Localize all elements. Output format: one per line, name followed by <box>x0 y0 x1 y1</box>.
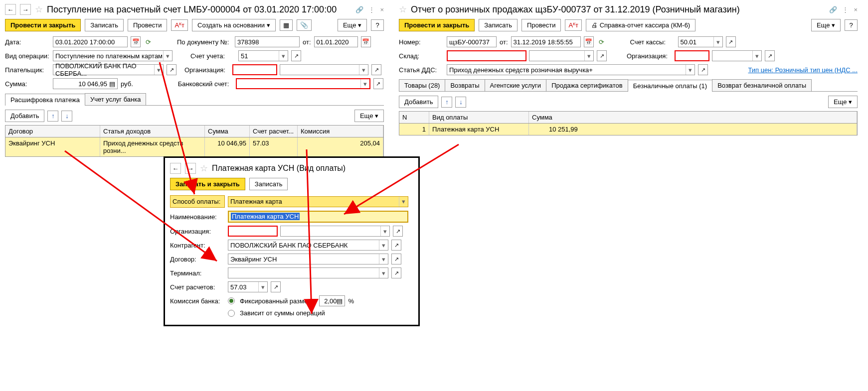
org-select-ext[interactable]: ▾ <box>280 226 390 237</box>
post-close-button[interactable]: Провести и закрыть <box>5 19 81 31</box>
write-button[interactable]: Записать <box>249 178 288 190</box>
col-income[interactable]: Статья доходов <box>100 126 205 137</box>
more-vert-icon[interactable]: ⋮ <box>842 6 849 13</box>
star-icon[interactable]: ☆ <box>399 4 407 15</box>
star-icon[interactable]: ☆ <box>35 4 43 15</box>
star-icon[interactable]: ☆ <box>200 163 208 174</box>
move-down-icon[interactable]: ↓ <box>61 111 72 122</box>
write-button[interactable]: Записать <box>479 19 518 31</box>
more-button[interactable]: Еще ▾ <box>338 19 367 31</box>
org-select-ext[interactable]: ▾ <box>280 64 368 75</box>
open-term-icon[interactable]: ↗ <box>391 267 401 278</box>
table-row[interactable]: 1 Платежная карта УСН 10 251,99 <box>399 124 857 135</box>
wh-select-ext[interactable]: ▾ <box>529 50 594 61</box>
tab-cashless[interactable]: Безналичные оплаты (1) <box>628 80 712 92</box>
write-button[interactable]: Записать <box>85 19 124 31</box>
tab-agent[interactable]: Агентские услуги <box>485 79 547 91</box>
tab-returns[interactable]: Возвраты <box>445 79 485 91</box>
ctr-select[interactable]: ПОВОЛЖСКИЙ БАНК ПАО СБЕРБАНК▾ <box>228 240 388 251</box>
col-sum[interactable]: Сумма <box>205 126 250 137</box>
register-icon[interactable]: ▦ <box>280 19 293 31</box>
attach-icon[interactable]: 🔗 <box>355 6 363 13</box>
dtkt-icon[interactable]: Аᴷт <box>171 19 188 31</box>
add-row-button[interactable]: Добавить <box>5 110 44 122</box>
tab-cert[interactable]: Продажа сертификатов <box>546 79 628 91</box>
bank-select[interactable]: ▾ <box>236 78 370 89</box>
dds-select[interactable]: Приход денежных средств розничная выручк… <box>447 64 695 75</box>
attach-icon[interactable]: 🔗 <box>829 6 837 13</box>
col-contract[interactable]: Договор <box>5 126 100 137</box>
close-icon[interactable]: × <box>854 6 858 13</box>
contract-select[interactable]: Эквайринг УСН▾ <box>228 254 388 264</box>
col-acct[interactable]: Счет расчет... <box>250 126 298 137</box>
more-button[interactable]: Еще ▾ <box>811 19 841 31</box>
price-type-link[interactable]: Тип цен: Розничный тип цен (НДС ... <box>748 66 858 74</box>
org-select-ext[interactable]: ▾ <box>712 50 762 61</box>
method-select[interactable]: Платежная карта▾ <box>228 196 408 207</box>
col-n[interactable]: N <box>399 112 429 123</box>
num-input[interactable]: щзБУ-000737 <box>447 36 497 47</box>
comm-input[interactable]: 2,00 ▤ <box>319 295 345 306</box>
open-ctr-icon[interactable]: ↗ <box>391 240 401 251</box>
radio-depends[interactable] <box>228 310 235 317</box>
help-button[interactable]: ? <box>845 19 858 31</box>
create-based-button[interactable]: Создать на основании ▾ <box>192 19 276 31</box>
open-acct-icon[interactable]: ↗ <box>291 50 301 61</box>
open-cash-icon[interactable]: ↗ <box>726 36 736 47</box>
help-button[interactable]: ? <box>371 19 384 31</box>
refresh-icon[interactable]: ⟳ <box>146 38 151 46</box>
open-org-icon[interactable]: ↗ <box>371 64 381 75</box>
tab-bank-svc[interactable]: Учет услуг банка <box>85 93 146 105</box>
post-button[interactable]: Провести <box>128 19 168 31</box>
cashier-report-button[interactable]: 🖨 Справка-отчет кассира (КМ-6) <box>586 19 695 31</box>
col-comm[interactable]: Комиссия <box>298 126 383 137</box>
calendar-icon[interactable]: 📅 <box>131 36 141 47</box>
nav-back[interactable]: ← <box>5 4 16 15</box>
op-select[interactable]: Поступление по платежным картам▾ <box>53 50 173 61</box>
open-contract-icon[interactable]: ↗ <box>391 254 401 264</box>
calendar-icon[interactable]: 📅 <box>584 36 594 47</box>
post-close-button[interactable]: Провести и закрыть <box>399 19 475 31</box>
payer-select[interactable]: ПОВОЛЖСКИЙ БАНК ПАО СБЕРБА...▾ <box>53 64 164 75</box>
col-sum[interactable]: Сумма <box>529 112 857 123</box>
open-bank-icon[interactable]: ↗ <box>373 78 383 89</box>
org-select[interactable] <box>232 64 277 75</box>
name-input[interactable]: Платежная карта УСН <box>228 211 408 223</box>
open-dds-icon[interactable]: ↗ <box>698 64 708 75</box>
tab-ret-cashless[interactable]: Возврат безналичной оплаты <box>712 79 812 91</box>
open-org-icon[interactable]: ↗ <box>765 50 775 61</box>
move-up-icon[interactable]: ↑ <box>441 97 452 108</box>
date-input[interactable]: 03.01.2020 17:00:00 <box>53 36 128 47</box>
date-input[interactable]: 31.12.2019 18:55:55 <box>511 36 581 47</box>
org-select[interactable] <box>675 50 709 61</box>
table-row[interactable]: Эквайринг УСН Приход денежных средств ро… <box>5 137 383 156</box>
term-select[interactable]: ▾ <box>228 267 388 278</box>
nav-fwd[interactable]: → <box>185 163 196 174</box>
open-payer-icon[interactable]: ↗ <box>167 64 176 75</box>
add-row-button[interactable]: Добавить <box>399 96 438 108</box>
post-button[interactable]: Провести <box>521 19 561 31</box>
close-icon[interactable]: × <box>380 6 384 13</box>
move-up-icon[interactable]: ↑ <box>47 111 58 122</box>
sum-input[interactable]: 10 046,95 ▤ <box>53 78 118 89</box>
acct-select[interactable]: 57.03▾ <box>228 281 268 292</box>
nav-fwd[interactable]: → <box>20 4 31 15</box>
open-wh-icon[interactable]: ↗ <box>597 50 607 61</box>
dtkt-icon[interactable]: Аᴷт <box>565 19 582 31</box>
tab-goods[interactable]: Товары (28) <box>399 79 445 91</box>
refresh-icon[interactable]: ⟳ <box>599 38 604 46</box>
open-acct-icon[interactable]: ↗ <box>271 281 281 292</box>
col-type[interactable]: Вид оплаты <box>429 112 529 123</box>
org-input[interactable] <box>228 226 278 237</box>
calendar-icon-2[interactable]: 📅 <box>361 36 371 47</box>
more-rows-button[interactable]: Еще ▾ <box>828 96 858 108</box>
move-down-icon[interactable]: ↓ <box>455 97 466 108</box>
nav-back[interactable]: ← <box>170 163 181 174</box>
wh-select[interactable] <box>447 50 526 61</box>
more-vert-icon[interactable]: ⋮ <box>368 6 375 13</box>
write-close-button[interactable]: Записать и закрыть <box>170 178 245 190</box>
tab-detail[interactable]: Расшифровка платежа <box>5 94 85 106</box>
radio-fixed[interactable] <box>228 297 235 304</box>
open-org-icon[interactable]: ↗ <box>393 226 403 237</box>
clip-icon[interactable]: 📎 <box>297 19 312 31</box>
